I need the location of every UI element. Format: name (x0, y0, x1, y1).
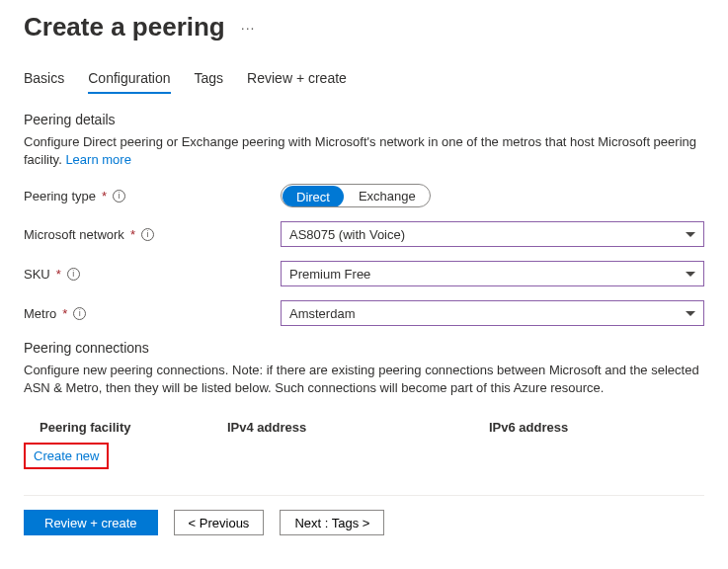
create-new-link[interactable]: Create new (24, 443, 109, 469)
chevron-down-icon (686, 311, 695, 316)
peering-details-description: Configure Direct peering or Exchange pee… (24, 133, 704, 168)
required-marker: * (102, 189, 107, 203)
tab-configuration[interactable]: Configuration (88, 64, 170, 94)
tab-tags[interactable]: Tags (195, 64, 224, 94)
peering-connections-description: Configure new peering connections. Note:… (24, 362, 704, 396)
metro-select[interactable]: Amsterdam (281, 300, 704, 326)
peering-type-label: Peering type (24, 189, 96, 203)
metro-value: Amsterdam (289, 306, 355, 321)
peering-type-direct[interactable]: Direct (283, 186, 344, 207)
info-icon[interactable]: i (113, 190, 125, 203)
peering-type-toggle[interactable]: Direct Exchange (281, 184, 431, 207)
chevron-down-icon (686, 232, 695, 237)
info-icon[interactable]: i (73, 307, 86, 320)
tab-basics[interactable]: Basics (24, 64, 64, 94)
metro-label: Metro (24, 306, 56, 321)
required-marker: * (56, 267, 61, 282)
tab-review-create[interactable]: Review + create (247, 64, 347, 94)
page-title: Create a peering (24, 12, 225, 42)
more-actions-icon[interactable]: ··· (237, 16, 260, 40)
col-ipv4: IPv4 address (227, 420, 489, 435)
peering-details-heading: Peering details (24, 112, 704, 127)
info-icon[interactable]: i (141, 228, 154, 241)
info-icon[interactable]: i (67, 268, 80, 281)
required-marker: * (62, 306, 67, 321)
review-create-button[interactable]: Review + create (24, 510, 158, 535)
microsoft-network-label: Microsoft network (24, 227, 124, 242)
connections-table-header: Peering facility IPv4 address IPv6 addre… (24, 412, 704, 441)
footer-actions: Review + create < Previous Next : Tags > (24, 495, 704, 535)
chevron-down-icon (686, 272, 695, 277)
peering-connections-heading: Peering connections (24, 340, 704, 356)
peering-type-exchange[interactable]: Exchange (345, 185, 430, 206)
previous-button[interactable]: < Previous (174, 510, 265, 535)
sku-label: SKU (24, 267, 50, 282)
col-ipv6: IPv6 address (489, 420, 704, 435)
sku-value: Premium Free (289, 267, 370, 282)
col-peering-facility: Peering facility (40, 420, 227, 435)
tab-bar: Basics Configuration Tags Review + creat… (24, 64, 704, 94)
microsoft-network-select[interactable]: AS8075 (with Voice) (281, 221, 704, 247)
next-button[interactable]: Next : Tags > (280, 510, 384, 535)
microsoft-network-value: AS8075 (with Voice) (289, 227, 405, 242)
sku-select[interactable]: Premium Free (281, 261, 704, 286)
required-marker: * (130, 227, 135, 242)
learn-more-link[interactable]: Learn more (65, 152, 130, 167)
